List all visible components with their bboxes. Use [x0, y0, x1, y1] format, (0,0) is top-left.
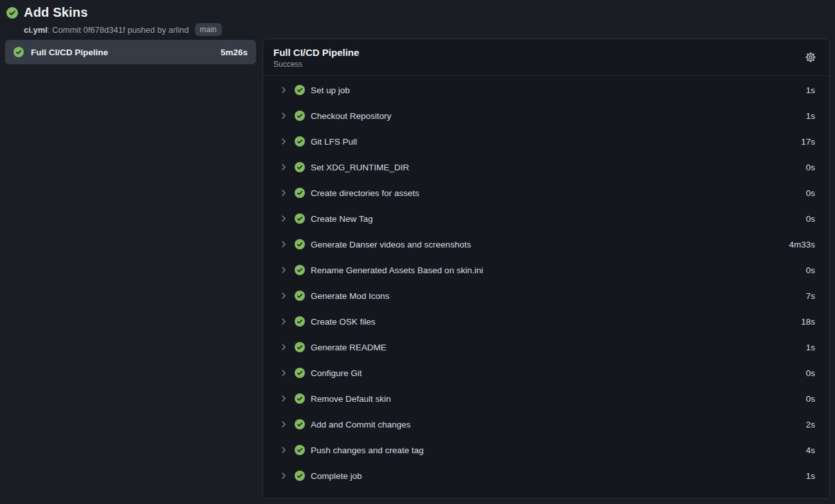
step-duration: 1s: [806, 343, 815, 352]
chevron-right-icon: [279, 471, 288, 480]
chevron-right-icon: [279, 214, 288, 223]
step-name: Create OSK files: [311, 317, 376, 327]
chevron-right-icon: [279, 420, 288, 429]
check-circle-icon: [295, 419, 305, 429]
step-row[interactable]: Checkout Repository 1s: [263, 103, 829, 129]
job-log-panel: Full CI/CD Pipeline Success: [262, 39, 830, 499]
chevron-right-icon: [279, 163, 288, 172]
step-row[interactable]: Generate Danser videos and screenshots 4…: [263, 231, 829, 257]
step-row[interactable]: Push changes and create tag 4s: [263, 437, 829, 463]
step-name: Configure Git: [311, 368, 362, 378]
check-circle-icon: [295, 265, 305, 275]
check-circle-icon: [295, 188, 305, 198]
check-circle-icon: [295, 368, 305, 378]
step-row[interactable]: Create directories for assets 0s: [263, 180, 829, 206]
log-panel-header: Full CI/CD Pipeline Success: [263, 39, 829, 76]
check-circle-icon: [295, 291, 305, 301]
run-title: Add Skins: [24, 5, 88, 20]
step-row[interactable]: Complete job 1s: [263, 463, 829, 489]
step-row[interactable]: Remove Default skin 0s: [263, 386, 829, 411]
check-circle-icon: [295, 393, 305, 404]
branch-badge: main: [195, 23, 222, 36]
step-duration: 4m33s: [789, 240, 815, 249]
check-circle-icon: [295, 136, 305, 147]
panel-job-title: Full CI/CD Pipeline: [273, 47, 359, 58]
log-settings-button[interactable]: [802, 50, 819, 66]
step-duration: 0s: [806, 266, 815, 275]
chevron-right-icon: [279, 86, 288, 94]
chevron-right-icon: [279, 446, 288, 455]
step-name: Set XDG_RUNTIME_DIR: [311, 163, 409, 172]
chevron-right-icon: [279, 111, 288, 120]
step-name: Generate Mod Icons: [311, 291, 389, 301]
step-name: Rename Generated Assets Based on skin.in…: [311, 266, 483, 275]
check-circle-icon: [295, 213, 305, 224]
chevron-right-icon: [279, 343, 288, 352]
step-duration: 0s: [806, 368, 815, 378]
step-row[interactable]: Set up job 1s: [263, 77, 829, 103]
check-circle-icon: [295, 445, 305, 455]
step-duration: 0s: [806, 394, 815, 404]
check-circle-icon: [6, 7, 18, 19]
gear-icon: [805, 51, 816, 65]
step-duration: 1s: [806, 86, 815, 95]
panel-job-status: Success: [273, 60, 359, 69]
step-name: Git LFS Pull: [311, 137, 357, 147]
run-subtitle: ci.yml: Commit 0f678d341f pushed by arli…: [24, 23, 222, 36]
step-row[interactable]: Generate README 1s: [263, 334, 829, 360]
sidebar-job-item[interactable]: Full CI/CD Pipeline 5m26s: [5, 40, 256, 64]
job-duration: 5m26s: [221, 48, 248, 57]
step-duration: 18s: [801, 317, 815, 327]
run-header: Add Skins ci.yml: Commit 0f678d341f push…: [6, 5, 222, 36]
check-circle-icon: [295, 471, 305, 481]
step-name: Create directories for assets: [311, 188, 419, 198]
step-duration: 0s: [806, 214, 815, 224]
step-duration: 7s: [806, 291, 815, 301]
step-name: Checkout Repository: [311, 111, 391, 121]
check-circle-icon: [295, 111, 305, 121]
chevron-right-icon: [279, 240, 288, 249]
chevron-right-icon: [279, 317, 288, 326]
chevron-right-icon: [279, 291, 288, 300]
chevron-right-icon: [279, 137, 288, 146]
check-circle-icon: [295, 342, 305, 352]
check-circle-icon: [14, 47, 24, 57]
check-circle-icon: [295, 162, 305, 172]
step-duration: 1s: [806, 111, 815, 121]
step-duration: 17s: [801, 137, 815, 147]
check-circle-icon: [295, 316, 305, 327]
chevron-right-icon: [279, 368, 288, 377]
step-name: Generate README: [311, 343, 387, 352]
step-row[interactable]: Create OSK files 18s: [263, 309, 829, 334]
step-name: Remove Default skin: [311, 394, 391, 404]
step-duration: 0s: [806, 188, 815, 198]
step-row[interactable]: Configure Git 0s: [263, 360, 829, 386]
step-name: Create New Tag: [311, 214, 373, 224]
chevron-right-icon: [279, 266, 288, 274]
step-duration: 1s: [806, 471, 815, 481]
step-row[interactable]: Generate Mod Icons 7s: [263, 283, 829, 309]
step-name: Push changes and create tag: [311, 446, 424, 455]
step-name: Generate Danser videos and screenshots: [311, 240, 471, 249]
step-duration: 4s: [806, 446, 815, 455]
step-name: Add and Commit changes: [311, 420, 410, 429]
step-duration: 2s: [806, 420, 815, 429]
step-duration: 0s: [806, 163, 815, 172]
chevron-right-icon: [279, 188, 288, 197]
commit-text: : Commit 0f678d341f pushed by arlind: [48, 25, 189, 35]
step-row[interactable]: Set XDG_RUNTIME_DIR 0s: [263, 154, 829, 180]
step-name: Set up job: [311, 86, 350, 95]
job-name: Full CI/CD Pipeline: [31, 48, 108, 57]
check-circle-icon: [295, 85, 305, 95]
step-row[interactable]: Add and Commit changes 2s: [263, 411, 829, 437]
step-row[interactable]: Rename Generated Assets Based on skin.in…: [263, 257, 829, 283]
chevron-right-icon: [279, 394, 288, 403]
step-row[interactable]: Create New Tag 0s: [263, 206, 829, 231]
step-name: Complete job: [311, 471, 362, 481]
check-circle-icon: [295, 239, 305, 249]
workflow-file-name: ci.yml: [24, 25, 48, 35]
step-row[interactable]: Git LFS Pull 17s: [263, 129, 829, 154]
steps-list: Set up job 1s Checkout Repository 1s Git…: [263, 76, 829, 498]
